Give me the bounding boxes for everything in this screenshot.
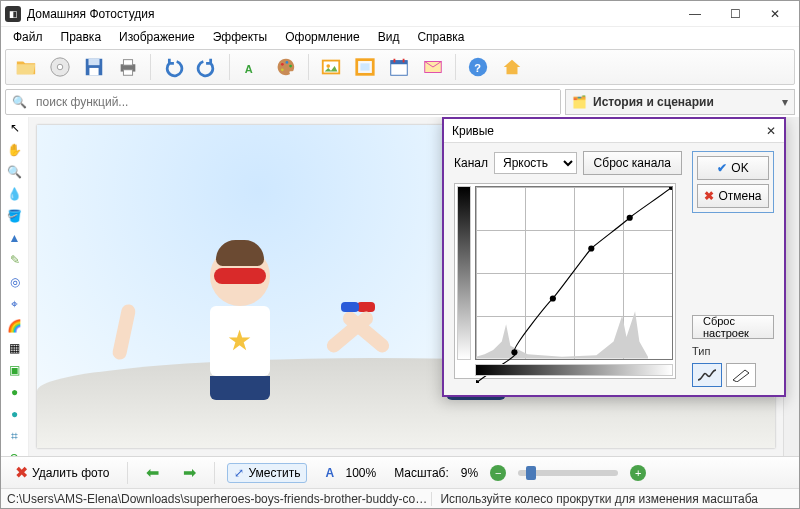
svg-point-27	[588, 245, 594, 251]
save-icon[interactable]	[80, 53, 108, 81]
calendar-icon[interactable]	[385, 53, 413, 81]
bucket-tool-icon[interactable]: 🪣	[6, 209, 24, 223]
left-toolbox: ↖ ✋ 🔍 💧 🪣 ▲ ✎ ◎ ⌖ 🌈 ▦ ▣ ● ● ⌗ ⟳	[1, 117, 29, 456]
history-panel-label: История и сценарии	[593, 95, 714, 109]
status-path: C:\Users\AMS-Elena\Downloads\superheroes…	[7, 492, 431, 506]
window-maximize-button[interactable]: ☐	[715, 1, 755, 27]
svg-point-14	[326, 64, 330, 68]
svg-point-25	[511, 349, 517, 355]
svg-rect-4	[89, 68, 98, 75]
window-title: Домашняя Фотостудия	[27, 7, 154, 21]
dialog-titlebar[interactable]: Кривые ✕	[444, 119, 784, 143]
frame-icon[interactable]	[351, 53, 379, 81]
dialog-close-icon[interactable]: ✕	[766, 124, 776, 138]
scale-label: Масштаб:	[394, 466, 449, 480]
svg-point-11	[289, 65, 292, 68]
x-icon: ✖	[15, 463, 28, 482]
app-icon: ◧	[5, 6, 21, 22]
scale-value: 9%	[461, 466, 478, 480]
zoom-slider[interactable]	[518, 470, 618, 476]
curve-line[interactable]	[476, 187, 672, 383]
pointer-tool-icon[interactable]: ↖	[6, 121, 24, 135]
eyedropper-tool-icon[interactable]: 💧	[6, 187, 24, 201]
menu-effects[interactable]: Эффекты	[205, 28, 276, 46]
swatches-tool-icon[interactable]: ▦	[6, 341, 24, 355]
green-circle-tool-icon[interactable]: ●	[6, 385, 24, 399]
svg-rect-16	[360, 63, 369, 70]
menu-edit[interactable]: Правка	[53, 28, 110, 46]
layers-tool-icon[interactable]: ▣	[6, 363, 24, 377]
menu-view[interactable]: Вид	[370, 28, 408, 46]
zoom-out-button[interactable]: −	[490, 465, 506, 481]
next-photo-button[interactable]: ➡	[177, 461, 202, 484]
search-input[interactable]	[32, 90, 560, 114]
menu-image[interactable]: Изображение	[111, 28, 203, 46]
window-titlebar: ◧ Домашняя Фотостудия — ☐ ✕	[1, 1, 799, 27]
history-panel-header[interactable]: 🗂️ История и сценарии ▾	[565, 89, 795, 115]
zoom-in-button[interactable]: +	[630, 465, 646, 481]
delete-photo-button[interactable]: ✖Удалить фото	[9, 461, 115, 484]
svg-rect-18	[391, 61, 408, 65]
text-icon[interactable]: A	[238, 53, 266, 81]
window-minimize-button[interactable]: —	[675, 1, 715, 27]
palette-icon[interactable]	[272, 53, 300, 81]
svg-point-12	[281, 68, 284, 71]
status-bar: C:\Users\AMS-Elena\Downloads\superheroes…	[1, 488, 799, 508]
arrow-left-icon: ⬅	[146, 463, 159, 482]
home-icon[interactable]	[498, 53, 526, 81]
rainbow-tool-icon[interactable]: 🌈	[6, 319, 24, 333]
photo-icon[interactable]	[317, 53, 345, 81]
undo-icon[interactable]	[159, 53, 187, 81]
layers-icon: 🗂️	[572, 95, 587, 109]
slider-thumb[interactable]	[526, 466, 536, 480]
channel-select[interactable]: Яркость	[494, 152, 577, 174]
prev-photo-button[interactable]: ⬅	[140, 461, 165, 484]
teal-circle-tool-icon[interactable]: ●	[6, 407, 24, 421]
menubar: Файл Правка Изображение Эффекты Оформлен…	[1, 27, 799, 47]
reset-settings-button[interactable]: Сброс настроек	[692, 315, 774, 339]
zoom-100-button[interactable]: A 100%	[319, 464, 382, 482]
zoom-tool-icon[interactable]: 🔍	[6, 165, 24, 179]
shape-tool-icon[interactable]: ▲	[6, 231, 24, 245]
search-icon: 🔍	[6, 90, 32, 114]
hand-tool-icon[interactable]: ✋	[6, 143, 24, 157]
main-toolbar: A ?	[5, 49, 795, 85]
svg-text:A: A	[245, 63, 253, 75]
menu-file[interactable]: Файл	[5, 28, 51, 46]
curve-editor[interactable]	[454, 183, 676, 379]
horizontal-gradient-icon	[475, 364, 673, 376]
postcard-icon[interactable]	[419, 53, 447, 81]
curve-type-pencil-button[interactable]	[726, 363, 756, 387]
curve-type-smooth-button[interactable]	[692, 363, 722, 387]
chevron-down-icon: ▾	[782, 95, 788, 109]
brush-tool-icon[interactable]: ✎	[6, 253, 24, 267]
svg-point-1	[57, 64, 63, 70]
curve-grid[interactable]	[475, 186, 673, 360]
svg-point-10	[286, 61, 289, 64]
channel-label: Канал	[454, 156, 488, 170]
target-tool-icon[interactable]: ◎	[6, 275, 24, 289]
stamp-tool-icon[interactable]: ⌖	[6, 297, 24, 311]
type-label: Тип	[692, 345, 774, 357]
letter-a-icon: A	[325, 466, 334, 480]
svg-rect-20	[403, 59, 405, 63]
svg-point-9	[281, 63, 284, 66]
redo-icon[interactable]	[193, 53, 221, 81]
crop-tool-icon[interactable]: ⌗	[6, 429, 24, 443]
svg-text:?: ?	[474, 62, 481, 74]
help-icon[interactable]: ?	[464, 53, 492, 81]
cd-disc-icon[interactable]	[46, 53, 74, 81]
rotate-tool-icon[interactable]: ⟳	[6, 451, 24, 456]
search-box[interactable]: 🔍	[5, 89, 561, 115]
svg-rect-6	[123, 60, 132, 65]
cancel-button[interactable]: ✖Отмена	[697, 184, 769, 208]
reset-channel-button[interactable]: Сброс канала	[583, 151, 682, 175]
print-icon[interactable]	[114, 53, 142, 81]
vertical-gradient-icon	[457, 186, 471, 360]
window-close-button[interactable]: ✕	[755, 1, 795, 27]
open-folder-icon[interactable]	[12, 53, 40, 81]
menu-design[interactable]: Оформление	[277, 28, 367, 46]
fit-button[interactable]: ⤢Уместить	[227, 463, 307, 483]
menu-help[interactable]: Справка	[409, 28, 472, 46]
ok-button[interactable]: ✔OK	[697, 156, 769, 180]
